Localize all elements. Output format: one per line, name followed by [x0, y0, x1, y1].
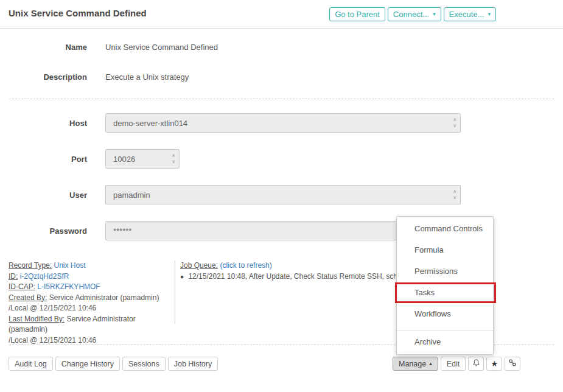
page-title: Unix Service Command Defined [9, 8, 147, 18]
user-label: User [0, 191, 87, 200]
record-id-link[interactable]: i-2QztqHd2SfR [20, 272, 69, 281]
created-at-line: /Local @ 12/15/2021 10:46 [9, 303, 172, 314]
name-row: Name Unix Service Command Defined [0, 43, 218, 52]
menu-item-formula[interactable]: Formula [397, 239, 493, 261]
password-label: Password [0, 226, 87, 236]
stepper-up-icon: ∧ [172, 153, 175, 159]
job-queue-entry-text: 12/15/2021 10:48, After Update, Check St… [188, 272, 419, 281]
record-metadata: Record Type: Unix Host ID: i-2QztqHd2SfR… [9, 261, 172, 346]
job-history-button[interactable]: Job History [168, 357, 219, 371]
favorite-button[interactable]: ★ [486, 357, 502, 371]
user-value: pamadmin [113, 191, 150, 200]
stepper-down-icon: ∨ [453, 123, 456, 129]
user-row: User pamadmin ∧ ∨ [0, 185, 461, 205]
last-modified-label: Last Modified By: [9, 315, 65, 323]
port-input[interactable]: 10026 ∧ ∨ [105, 149, 180, 169]
edit-button[interactable]: Edit [441, 357, 466, 371]
description-label: Description [0, 72, 87, 82]
copy-link-button[interactable] [505, 357, 520, 371]
manage-dropdown-menu: Command Controls Formula Permissions Tas… [396, 216, 494, 355]
go-to-parent-label: Go to Parent [335, 10, 380, 19]
dashed-separator [9, 99, 554, 99]
notifications-button[interactable] [468, 357, 484, 371]
menu-item-command-controls[interactable]: Command Controls [397, 218, 493, 239]
header-actions: Go to Parent Connect... ▾ Execute... ▾ [329, 7, 496, 21]
stepper-down-icon: ∨ [172, 159, 175, 165]
connect-button[interactable]: Connect... ▾ [388, 7, 441, 21]
footer-left-buttons: Audit Log Change History Sessions Job Hi… [9, 357, 218, 371]
job-queue-header: Job Queue: (click to refresh) [180, 261, 399, 271]
last-modified-line: Last Modified By: Service Administrator … [9, 314, 172, 335]
password-row: Password ****** [0, 221, 461, 240]
audit-log-button[interactable]: Audit Log [9, 357, 53, 371]
host-row: Host demo-server-xtlin014 ∧ ∨ [0, 113, 461, 133]
port-row: Port 10026 ∧ ∨ [0, 149, 180, 169]
bell-icon [472, 359, 480, 369]
name-label: Name [0, 43, 87, 52]
record-idcap-line: ID-CAP: L-I5RKZFKYHMOF [9, 282, 172, 293]
record-id-line: ID: i-2QztqHd2SfR [9, 271, 172, 282]
unix-service-command-page: Unix Service Command Defined Go to Paren… [0, 0, 563, 392]
go-to-parent-button[interactable]: Go to Parent [329, 7, 385, 21]
sessions-button[interactable]: Sessions [122, 357, 166, 371]
stepper-up-icon: ∧ [453, 189, 456, 195]
description-value: Execute a Unix strategy [105, 72, 189, 82]
host-label: Host [0, 119, 87, 128]
host-input[interactable]: demo-server-xtlin014 ∧ ∨ [105, 113, 461, 133]
vertical-divider [175, 261, 175, 324]
star-icon: ★ [491, 360, 498, 368]
password-value: ****** [113, 226, 131, 236]
job-queue-label: Job Queue: [180, 261, 218, 270]
bullet-icon: ● [180, 273, 184, 280]
chevron-down-icon: ▾ [433, 12, 436, 17]
description-row: Description Execute a Unix strategy [0, 72, 189, 82]
stepper-up-icon: ∧ [453, 117, 456, 123]
record-type-link[interactable]: Unix Host [54, 261, 86, 270]
menu-item-tasks[interactable]: Tasks [397, 282, 493, 303]
connect-label: Connect... [393, 10, 429, 19]
change-history-button[interactable]: Change History [55, 357, 120, 371]
created-by-value: Service Administrator (pamadmin) [49, 293, 159, 302]
created-by-line: Created By: Service Administrator (pamad… [9, 293, 172, 304]
link-icon [508, 359, 517, 369]
name-value: Unix Service Command Defined [105, 43, 218, 52]
port-stepper[interactable]: ∧ ∨ [172, 153, 175, 165]
manage-label: Manage [399, 360, 426, 368]
footer-right-buttons: Manage ▴ Edit ★ [393, 357, 520, 371]
job-queue: Job Queue: (click to refresh) ● 12/15/20… [180, 261, 399, 282]
host-stepper[interactable]: ∧ ∨ [453, 117, 456, 129]
record-id-label: ID: [9, 272, 18, 281]
port-value: 10026 [113, 155, 135, 164]
job-queue-refresh-link[interactable]: (click to refresh) [220, 261, 271, 270]
port-label: Port [0, 155, 87, 164]
record-type-label: Record Type: [9, 261, 52, 270]
record-idcap-label: ID-CAP: [9, 282, 35, 291]
stepper-down-icon: ∨ [453, 195, 456, 201]
manage-button[interactable]: Manage ▴ [393, 357, 438, 371]
menu-item-archive[interactable]: Archive [397, 331, 493, 352]
user-stepper[interactable]: ∧ ∨ [453, 189, 456, 201]
execute-button[interactable]: Execute... ▾ [444, 7, 496, 21]
page-header: Unix Service Command Defined Go to Paren… [0, 0, 563, 29]
record-idcap-link[interactable]: L-I5RKZFKYHMOF [37, 282, 100, 291]
record-type-line: Record Type: Unix Host [9, 261, 172, 271]
execute-label: Execute... [449, 10, 484, 19]
chevron-up-icon: ▴ [429, 361, 432, 366]
job-queue-entry: ● 12/15/2021 10:48, After Update, Check … [180, 271, 399, 282]
menu-item-permissions[interactable]: Permissions [397, 261, 493, 282]
host-value: demo-server-xtlin014 [113, 119, 187, 128]
user-input[interactable]: pamadmin ∧ ∨ [105, 185, 461, 205]
created-by-label: Created By: [9, 293, 47, 302]
menu-item-workflows[interactable]: Workflows [397, 303, 493, 324]
chevron-down-icon: ▾ [488, 12, 491, 17]
